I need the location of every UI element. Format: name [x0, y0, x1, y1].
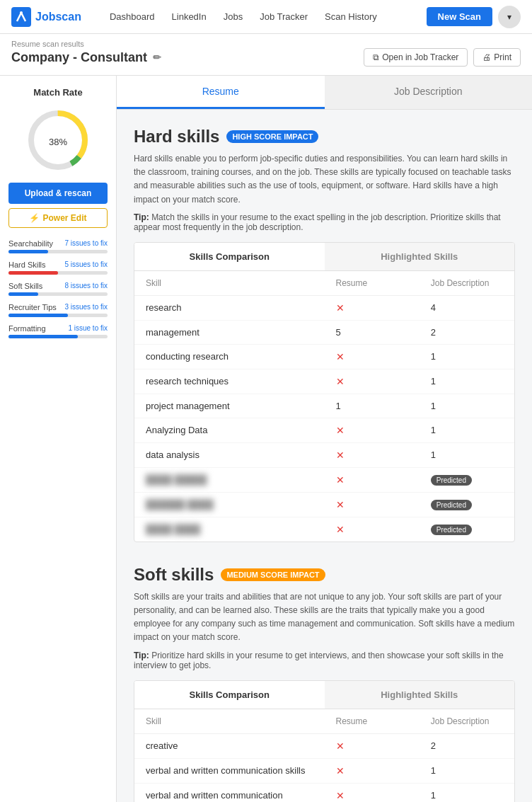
metric-bar	[8, 335, 78, 338]
soft-skills-section: Soft skills MEDIUM SCORE IMPACT Soft ski…	[134, 565, 515, 802]
power-edit-button[interactable]: ⚡ Power Edit	[8, 208, 108, 228]
metric-hard-skills: Hard Skills 5 issues to fix	[8, 260, 108, 275]
main-content: Resume Job Description Hard skills HIGH …	[117, 76, 532, 802]
metric-issues[interactable]: 1 issue to fix	[68, 324, 108, 333]
jd-cell: 1	[420, 394, 514, 418]
table-row: research✕4	[134, 295, 514, 320]
nav-linkedin[interactable]: LinkedIn	[172, 11, 207, 22]
th-skill: Skill	[134, 709, 325, 734]
content-area: Hard skills HIGH SCORE IMPACT Hard skill…	[117, 110, 532, 802]
skill-cell: data analysis	[134, 442, 325, 467]
svg-point-1	[20, 11, 23, 14]
jd-cell: 1	[420, 369, 514, 394]
resume-cell: ✕	[325, 442, 420, 467]
x-mark-icon: ✕	[336, 790, 345, 801]
skill-cell: ████ █████	[134, 467, 325, 492]
hard-skills-tip-text: Match the skills in your resume to the e…	[134, 212, 501, 232]
th-resume: Resume	[325, 709, 420, 734]
predicted-badge: Predicted	[431, 500, 472, 510]
skill-cell: management	[134, 320, 325, 344]
print-icon: 🖨	[482, 52, 491, 62]
soft-skills-table-wrapper: Skills Comparison Highlighted Skills Ski…	[134, 680, 515, 803]
job-tracker-icon: ⧉	[373, 52, 379, 62]
main-tabs: Resume Job Description	[117, 76, 532, 110]
x-mark-icon: ✕	[336, 474, 345, 486]
match-rate-card: Match Rate 38% Upload & rescan ⚡ Power E…	[8, 87, 108, 228]
soft-skills-tab-comparison[interactable]: Skills Comparison	[134, 681, 325, 709]
metric-searchability: Searchability 7 issues to fix	[8, 239, 108, 253]
table-row: Analyzing Data✕1	[134, 418, 514, 442]
table-row: creative✕2	[134, 733, 514, 758]
jobscan-logo-icon	[11, 7, 31, 27]
skill-cell: conducting research	[134, 344, 325, 369]
soft-skills-tab-highlighted[interactable]: Highlighted Skills	[325, 681, 515, 709]
open-job-tracker-button[interactable]: ⧉ Open in Job Tracker	[364, 48, 468, 67]
metric-issues[interactable]: 7 issues to fix	[64, 239, 108, 248]
jd-cell: Predicted	[420, 517, 514, 542]
skill-cell: ████ ████	[134, 517, 325, 542]
edit-title-icon[interactable]: ✏	[153, 52, 161, 63]
table-row: verbal and written communication skills✕…	[134, 758, 514, 783]
metric-bar	[8, 292, 38, 296]
nav-job-tracker[interactable]: Job Tracker	[260, 11, 308, 22]
page-header: Resume scan results Company - Consultant…	[0, 34, 532, 76]
metric-formatting: Formatting 1 issue to fix	[8, 324, 108, 338]
nav-jobs[interactable]: Jobs	[224, 11, 243, 22]
metric-bar-bg	[8, 314, 108, 317]
soft-skills-tip: Tip: Prioritize hard skills in your resu…	[134, 651, 515, 670]
new-scan-button[interactable]: New Scan	[427, 7, 492, 26]
hard-skills-tab-comparison[interactable]: Skills Comparison	[134, 243, 325, 270]
x-mark-icon: ✕	[336, 449, 345, 461]
metric-label: Soft Skills	[8, 282, 42, 290]
resume-cell: ✕	[325, 344, 420, 369]
power-edit-label: Power Edit	[42, 213, 86, 223]
th-jd: Job Description	[420, 709, 514, 734]
upload-rescan-button[interactable]: Upload & rescan	[8, 183, 108, 204]
x-mark-icon: ✕	[336, 302, 345, 314]
jd-cell: 2	[420, 320, 514, 344]
hard-skills-tip: Tip: Match the skills in your resume to …	[134, 212, 515, 232]
user-avatar[interactable]: ▾	[498, 6, 521, 28]
skill-cell: research	[134, 295, 325, 320]
table-row: ████ █████✕Predicted	[134, 467, 514, 492]
metric-issues[interactable]: 3 issues to fix	[64, 303, 108, 311]
metrics-list: Searchability 7 issues to fix Hard Skill…	[8, 239, 108, 338]
match-rate-title: Match Rate	[8, 87, 108, 98]
tab-job-description[interactable]: Job Description	[325, 76, 533, 109]
percent: %	[59, 137, 67, 147]
x-mark-icon: ✕	[336, 740, 345, 752]
resume-cell: 5	[325, 320, 420, 344]
tab-resume[interactable]: Resume	[117, 76, 325, 109]
hard-skills-section: Hard skills HIGH SCORE IMPACT Hard skill…	[134, 127, 515, 542]
metric-bar	[8, 271, 58, 275]
skill-cell: project management	[134, 394, 325, 418]
sidebar: Match Rate 38% Upload & rescan ⚡ Power E…	[0, 76, 117, 802]
metric-bar-bg	[8, 250, 108, 253]
metric-issues[interactable]: 8 issues to fix	[64, 282, 108, 290]
nav-scan-history[interactable]: Scan History	[325, 11, 377, 22]
soft-skills-desc: Soft skills are your traits and abilitie…	[134, 590, 515, 645]
skill-cell: ██████ ████	[134, 492, 325, 517]
metric-bar-bg	[8, 271, 108, 275]
metric-label: Recruiter Tips	[8, 303, 57, 311]
x-mark-icon: ✕	[336, 499, 345, 510]
hard-skills-title-row: Hard skills HIGH SCORE IMPACT	[134, 127, 515, 147]
hard-skills-table-wrapper: Skills Comparison Highlighted Skills Ski…	[134, 242, 515, 542]
hard-skills-tabs: Skills Comparison Highlighted Skills	[134, 243, 514, 271]
jd-cell: 1	[420, 418, 514, 442]
brand-name: Jobscan	[35, 11, 81, 23]
skill-cell: research techniques	[134, 369, 325, 394]
resume-cell: ✕	[325, 467, 420, 492]
metric-issues[interactable]: 5 issues to fix	[64, 260, 108, 269]
brand-logo[interactable]: Jobscan	[11, 7, 81, 27]
predicted-badge: Predicted	[431, 525, 472, 535]
th-jd: Job Description	[420, 271, 514, 296]
metric-bar-bg	[8, 335, 108, 338]
nav-dashboard[interactable]: Dashboard	[110, 11, 155, 22]
x-mark-icon: ✕	[336, 765, 345, 777]
hard-skills-desc: Hard skills enable you to perform job-sp…	[134, 152, 515, 207]
hard-skills-tab-highlighted[interactable]: Highlighted Skills	[325, 243, 515, 270]
print-button[interactable]: 🖨 Print	[473, 48, 521, 67]
hard-skills-table: Skill Resume Job Description research✕4m…	[134, 271, 514, 542]
metric-label: Searchability	[8, 239, 53, 248]
